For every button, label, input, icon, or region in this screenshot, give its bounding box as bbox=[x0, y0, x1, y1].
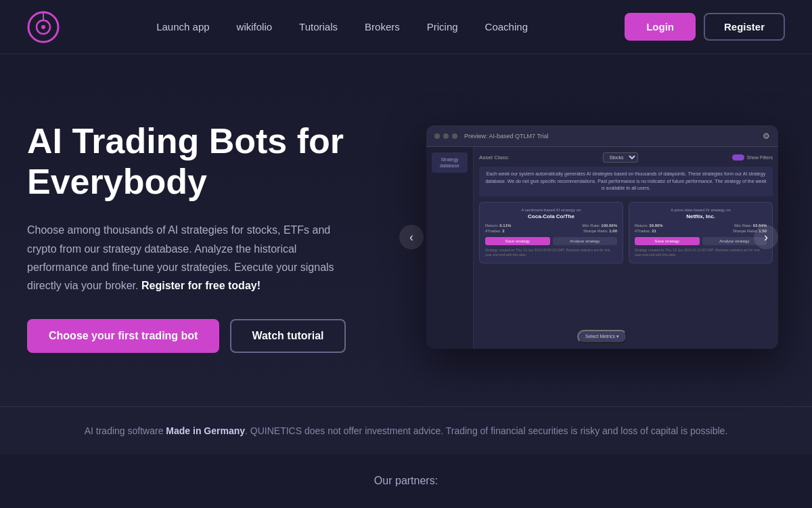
card2-subtitle: A price-data-based AI strategy on bbox=[635, 208, 767, 212]
register-button[interactable]: Register bbox=[704, 13, 785, 41]
watch-tutorial-button[interactable]: Watch tutorial bbox=[230, 319, 345, 353]
card1-save-button[interactable]: Save strategy bbox=[485, 237, 550, 245]
hero-left: AI Trading Bots for Everybody Choose amo… bbox=[27, 121, 392, 353]
toggle-pill bbox=[732, 154, 744, 161]
disclaimer-bold: Made in Germany bbox=[166, 425, 245, 436]
card2-save-button[interactable]: Save strategy bbox=[635, 237, 700, 245]
app-sidebar: Strategy database bbox=[426, 147, 474, 349]
strategy-card-2: A price-data-based AI strategy on Netfli… bbox=[629, 202, 773, 263]
app-screenshot: Preview: AI-based QTLM7 Trial ⚙ Strategy… bbox=[426, 125, 778, 349]
strategy-cards: A sentiment-based AI strategy on Coca-Co… bbox=[479, 202, 773, 263]
app-dot-2 bbox=[443, 133, 449, 139]
carousel-next-button[interactable]: › bbox=[754, 225, 778, 249]
card1-winrate: Win Rate: 100.00% bbox=[582, 224, 617, 228]
card1-title: Coca-Cola Co/The bbox=[485, 213, 617, 219]
nav-links: Launch app wikifolio Tutorials Brokers P… bbox=[156, 21, 528, 33]
card1-buttons: Save strategy Analyse strategy bbox=[485, 237, 617, 245]
hero-title: AI Trading Bots for Everybody bbox=[27, 121, 392, 203]
carousel-prev-button[interactable]: ‹ bbox=[399, 225, 424, 249]
card2-return: Return: 39.80% bbox=[635, 224, 663, 228]
nav-coaching[interactable]: Coaching bbox=[485, 21, 528, 33]
card1-sharpe: Sharpe Ratio: 1.00 bbox=[583, 229, 617, 233]
nav-tutorials[interactable]: Tutorials bbox=[299, 21, 338, 33]
login-button[interactable]: Login bbox=[625, 13, 696, 41]
nav-pricing[interactable]: Pricing bbox=[427, 21, 458, 33]
card2-trades: #Trades: 21 bbox=[635, 229, 656, 233]
disclaimer-suffix: . QUINETICS does not offer investment ad… bbox=[245, 425, 727, 436]
logo bbox=[27, 11, 60, 43]
nav-brokers[interactable]: Brokers bbox=[365, 21, 400, 33]
choose-bot-button[interactable]: Choose your first trading bot bbox=[27, 319, 219, 353]
card2-stats-row1: Return: 39.80% Win Rate: 63.64% bbox=[635, 224, 767, 228]
asset-class-select[interactable]: Stocks bbox=[603, 152, 638, 163]
app-body: Strategy database Asset Class: Stocks Sh… bbox=[426, 147, 778, 349]
card1-stats-row2: #Trades: 2 Sharpe Ratio: 1.00 bbox=[485, 229, 617, 233]
hero-description: Choose among thousands of AI strategies … bbox=[27, 221, 352, 295]
card2-buttons: Save strategy Analyse strategy bbox=[635, 237, 767, 245]
logo-icon bbox=[27, 11, 60, 43]
hero-section: AI Trading Bots for Everybody Choose amo… bbox=[0, 54, 812, 406]
filter-label: Asset Class: bbox=[479, 154, 509, 161]
card2-footer: Strategy created on Thu, 13 Jun 2024 01:… bbox=[635, 248, 767, 257]
hero-right: ‹ Preview: AI-based QTLM7 Trial ⚙ Strate… bbox=[392, 125, 785, 349]
app-dot-3 bbox=[452, 133, 457, 139]
card1-trades: #Trades: 2 bbox=[485, 229, 504, 233]
navbar: Launch app wikifolio Tutorials Brokers P… bbox=[0, 0, 812, 54]
hero-cta-text: Register for free today! bbox=[141, 280, 261, 291]
app-main-content: Asset Class: Stocks Show Filters Each we… bbox=[474, 147, 778, 349]
app-dots bbox=[434, 133, 457, 139]
nav-actions: Login Register bbox=[625, 13, 785, 41]
settings-icon: ⚙ bbox=[763, 131, 770, 141]
app-window-title: Preview: AI-based QTLM7 Trial bbox=[464, 133, 549, 140]
app-dot-1 bbox=[434, 133, 440, 139]
hero-buttons: Choose your first trading bot Watch tuto… bbox=[27, 319, 392, 353]
partners-title: Our partners: bbox=[374, 475, 438, 486]
show-filters-toggle[interactable]: Show Filters bbox=[732, 154, 773, 161]
card2-stats-row2: #Trades: 21 Sharpe Ratio: 1.50 bbox=[635, 229, 767, 233]
disclaimer-bar: AI trading software Made in Germany. QUI… bbox=[0, 406, 812, 454]
partners-section: Our partners: bbox=[0, 454, 812, 507]
sidebar-strategy-database: Strategy database bbox=[432, 152, 468, 173]
nav-wikifolio[interactable]: wikifolio bbox=[237, 21, 273, 33]
card2-title: Netflix, Inc. bbox=[635, 213, 767, 219]
nav-launch-app[interactable]: Launch app bbox=[156, 21, 209, 33]
svg-point-2 bbox=[41, 25, 45, 29]
select-metrics-button[interactable]: Select Metrics ▾ bbox=[577, 330, 627, 343]
card1-analyse-button[interactable]: Analyse strategy bbox=[553, 237, 618, 245]
app-topbar: Preview: AI-based QTLM7 Trial ⚙ bbox=[426, 125, 778, 147]
card1-subtitle: A sentiment-based AI strategy on bbox=[485, 208, 617, 212]
card1-footer: Strategy created on Thu, 13 Jun 2024 00:… bbox=[485, 248, 617, 257]
card1-stats-row1: Return: 0.11% Win Rate: 100.00% bbox=[485, 224, 617, 228]
disclaimer-prefix: AI trading software bbox=[85, 425, 166, 436]
app-info-box: Each week our system automatically gener… bbox=[479, 167, 773, 196]
card1-return: Return: 0.11% bbox=[485, 224, 511, 228]
strategy-card-1: A sentiment-based AI strategy on Coca-Co… bbox=[479, 202, 623, 263]
app-filter-bar: Asset Class: Stocks Show Filters bbox=[479, 152, 773, 163]
